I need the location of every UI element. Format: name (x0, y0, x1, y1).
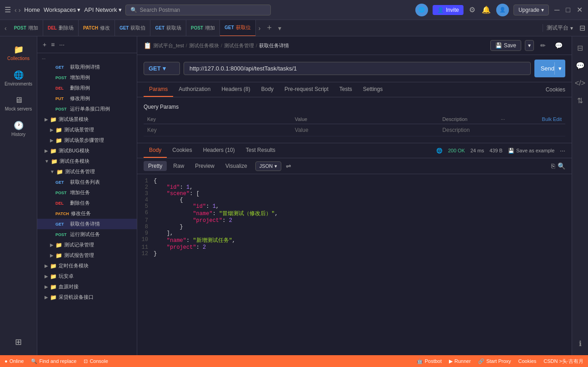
copy-btn[interactable]: ⎘ (551, 162, 555, 170)
forward-btn[interactable]: › (19, 6, 21, 14)
fmt-tab-visualize[interactable]: Visualize (221, 161, 252, 171)
tab-get-scene[interactable]: GET 获取场 (150, 20, 186, 36)
tree-task-mgmt[interactable]: ▼ 📁 测试任务管理 (37, 166, 137, 177)
online-status[interactable]: ● Online (5, 358, 24, 364)
sidebar-item-environments[interactable]: 🌐 Environments (3, 66, 35, 90)
tab-tests[interactable]: Tests (334, 82, 358, 97)
bottom-cookies-btn[interactable]: Cookies (518, 358, 537, 364)
value-input[interactable] (295, 127, 435, 133)
tree-scene-mgmt[interactable]: ▶ 📁 测试场景管理 (37, 125, 137, 135)
cookies-link[interactable]: Cookies (546, 86, 565, 93)
tree-bug-module[interactable]: ▶ 📁 测试BUG模块 (37, 146, 137, 156)
tree-post-run-task[interactable]: POST 运行测试任务 (37, 229, 137, 240)
tree-task-module[interactable]: ▼ 📁 测试任务模块 (37, 156, 137, 166)
tree-del-case[interactable]: DEL 删除用例 (37, 83, 137, 93)
breadcrumb-module[interactable]: 测试任务模块 (189, 42, 219, 49)
tab-next-btn[interactable]: › (256, 25, 264, 32)
tab-headers[interactable]: Headers (8) (216, 82, 255, 97)
tree-report-mgmt[interactable]: ▶ 📁 测试报告管理 (37, 250, 137, 261)
send-button[interactable]: Send ▾ (534, 60, 565, 77)
search-code-btn[interactable]: 🔍 (558, 162, 565, 170)
tab-add-btn[interactable]: + (263, 23, 275, 33)
tree-put-case[interactable]: PUT 修改用例 (37, 93, 137, 104)
fmt-tab-raw[interactable]: Raw (169, 161, 189, 171)
send-dropdown-btn[interactable]: ▾ (554, 62, 565, 75)
bulk-edit-btn[interactable]: Bulk Edit (542, 116, 562, 122)
save-example-btn[interactable]: 💾 Save as example (508, 148, 554, 154)
tab-get-bo[interactable]: GET 获取伯 (115, 20, 151, 36)
sidebar-item-mock[interactable]: 🖥 Mock servers (3, 92, 35, 115)
settings-icon[interactable]: ⚙ (468, 5, 476, 15)
tree-device[interactable]: ▶ 📁 采贷机设备接口 (37, 292, 137, 302)
wrap-btn[interactable]: ⇌ (286, 162, 291, 170)
start-proxy-btn[interactable]: 🔗 Start Proxy (478, 358, 511, 364)
resp-tab-cookies[interactable]: Cookies (167, 143, 197, 158)
sidebar-item-history[interactable]: 🕐 History (3, 117, 35, 141)
tree-get-task-list[interactable]: GET 获取任务列表 (37, 177, 137, 187)
api-network-btn[interactable]: API Network ▾ (84, 6, 121, 13)
menu-icon[interactable]: ☰ (5, 5, 11, 14)
tree-patch-task[interactable]: PATCH 修改任务 (37, 208, 137, 219)
rs-layout-btn[interactable]: ⊟ (574, 41, 586, 55)
new-collection-btn[interactable]: + (42, 40, 47, 49)
bell-icon[interactable]: 🔔 (481, 5, 492, 15)
tab-pre-request[interactable]: Pre-request Script (279, 82, 334, 97)
tab-patch[interactable]: PATCH 修改 (79, 20, 115, 36)
home-link[interactable]: Home (24, 6, 40, 13)
tab-prev-btn[interactable]: ‹ (2, 25, 10, 32)
desc-input[interactable] (443, 127, 562, 133)
maximize-btn[interactable]: □ (565, 5, 571, 15)
tab-authorization[interactable]: Authorization (173, 82, 216, 97)
tree-post-add-task[interactable]: POST 增加任务 (37, 187, 137, 198)
tree-post-add-case[interactable]: POST 增加用例 (37, 72, 137, 83)
tab-more-btn[interactable]: ▾ (275, 25, 284, 32)
runner-btn[interactable]: ▶ Runner (449, 358, 471, 364)
rs-chat-btn[interactable]: 💬 (573, 59, 588, 73)
save-button[interactable]: 💾 Save (490, 40, 521, 51)
method-select[interactable]: GET ▾ (144, 62, 180, 75)
tab-get-active[interactable]: GET 获取位 (220, 20, 256, 36)
breadcrumb-mgmt[interactable]: 测试任务管理 (224, 42, 254, 49)
tab-settings[interactable]: Settings (358, 82, 388, 97)
find-replace-btn[interactable]: 🔍 Find and replace (31, 358, 76, 364)
tree-del-task[interactable]: DEL 删除任务 (37, 198, 137, 208)
invite-btn[interactable]: 👤 Invite (433, 5, 463, 15)
sidebar-item-grid[interactable]: ⊞ (3, 333, 35, 351)
tree-android[interactable]: ▶ 📁 玩安卓 (37, 271, 137, 282)
rs-info-btn[interactable]: ℹ (576, 337, 584, 351)
minimize-btn[interactable]: ─ (553, 5, 560, 15)
tree-scene-module[interactable]: ▶ 📁 测试场景模块 (37, 114, 137, 125)
tree-post-run-case[interactable]: POST 运行单条接口用例 (37, 104, 137, 114)
sidebar-item-collections[interactable]: 📁 Collections (3, 41, 35, 65)
tab-del-scene[interactable]: DEL 删除场 (43, 20, 79, 36)
upgrade-btn[interactable]: Upgrade ▾ (513, 5, 549, 15)
save-dropdown-btn[interactable]: ▾ (525, 40, 534, 51)
search-bar[interactable]: 🔍 Search Postman (125, 5, 271, 15)
resp-tab-headers[interactable]: Headers (10) (198, 143, 240, 158)
resp-more-btn[interactable]: ··· (560, 147, 565, 154)
tree-timer-module[interactable]: ▶ 📁 定时任务模块 (37, 261, 137, 271)
tab-body[interactable]: Body (256, 82, 279, 97)
breadcrumb-root[interactable]: 测试平台_test (153, 42, 184, 49)
layout-icon[interactable]: ⊟ (578, 23, 586, 33)
postbot-btn[interactable]: 🤖 Postbot (417, 358, 442, 364)
tab-post2[interactable]: POST 增加 (186, 20, 220, 36)
filter-btn[interactable]: ≡ (50, 40, 55, 49)
fmt-tab-preview[interactable]: Preview (190, 161, 219, 171)
key-input[interactable] (147, 127, 288, 133)
resp-tab-body[interactable]: Body (144, 143, 167, 158)
rs-code-btn[interactable]: </> (572, 76, 588, 90)
tree-get-detail[interactable]: GET 获取用例详情 (37, 62, 137, 72)
tab-post-add[interactable]: POST 增加 (10, 20, 43, 36)
resp-tab-test-results[interactable]: Test Results (240, 143, 281, 158)
comment-icon[interactable]: 💬 (552, 40, 565, 51)
tree-record-mgmt[interactable]: ▶ 📁 测试记录管理 (37, 240, 137, 250)
more-options-btn[interactable]: ··· (58, 40, 65, 49)
tree-get-task-detail[interactable]: GET 获取任务详情 (37, 219, 137, 229)
close-btn[interactable]: ✕ (576, 5, 583, 15)
fmt-tab-pretty[interactable]: Pretty (144, 161, 167, 171)
json-selector[interactable]: JSON ▾ (255, 161, 281, 171)
edit-icon[interactable]: ✏ (538, 40, 548, 51)
url-input[interactable] (184, 62, 531, 75)
tree-scene-step[interactable]: ▶ 📁 测试场景步骤管理 (37, 135, 137, 146)
